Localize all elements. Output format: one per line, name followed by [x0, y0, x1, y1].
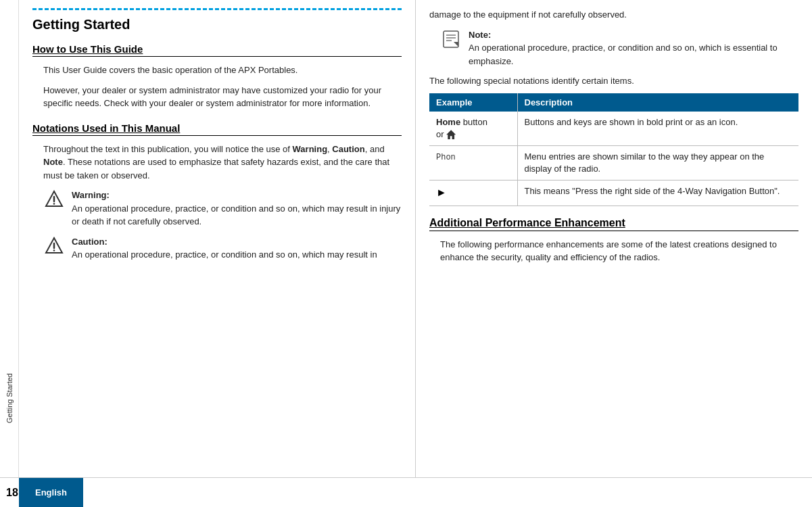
language-tab[interactable]: English — [19, 478, 83, 508]
table-cell-example-1: Home buttonor — [429, 112, 517, 146]
caution-icon — [43, 235, 65, 257]
table-intro: The following special notations identify… — [429, 74, 798, 88]
left-column: Getting Started How to Use This Guide Th… — [19, 0, 416, 477]
warning-icon — [43, 189, 65, 210]
note-icon — [440, 28, 462, 50]
section2-intro: Throughout the text in this publication,… — [32, 143, 402, 183]
table-cell-desc-3: This means "Press the right side of the … — [517, 180, 798, 206]
caution-label: Caution: — [72, 237, 108, 247]
page-title: Getting Started — [32, 17, 402, 32]
table-cell-example-3: ► — [429, 180, 517, 206]
caution-body: An operational procedure, practice, or c… — [72, 249, 377, 260]
section1-para2: However, your dealer or system administr… — [32, 84, 402, 110]
table-header-row: Example Description — [429, 93, 798, 112]
warning-body: An operational procedure, practice, or c… — [72, 203, 400, 227]
home-button-text: Home — [436, 117, 460, 127]
section1-para1: This User Guide covers the basic operati… — [32, 64, 402, 77]
main-content: Getting Started Getting Started How to U… — [0, 0, 812, 477]
bottom-left: 18 English — [0, 478, 123, 508]
warning-label: Warning: — [72, 190, 110, 200]
note-text: Note: An operational procedure, practice… — [469, 28, 798, 68]
table-cell-example-2: Phon — [429, 145, 517, 180]
table-cell-desc-2: Menu entries are shown similar to the wa… — [517, 145, 798, 180]
section1-heading: How to Use This Guide — [32, 43, 402, 57]
table-row: Phon Menu entries are shown similar to t… — [429, 145, 798, 180]
svg-point-2 — [53, 203, 55, 205]
note-body: An operational procedure, practice, or c… — [469, 43, 778, 66]
page-number: 18 — [0, 487, 19, 499]
caution-continued: damage to the equipment if not carefully… — [429, 8, 798, 22]
svg-point-5 — [53, 249, 55, 251]
warning-block: Warning: An operational procedure, pract… — [43, 189, 402, 228]
note-block: Note: An operational procedure, practice… — [440, 28, 798, 68]
arrow-right-icon: ► — [436, 187, 447, 198]
note-label: Note: — [469, 30, 491, 40]
top-dashed-border — [32, 8, 402, 10]
table-header-example: Example — [429, 93, 517, 112]
table-header-description: Description — [517, 93, 798, 112]
right-column: damage to the equipment if not carefully… — [416, 0, 812, 477]
bottom-bar: 18 English — [0, 477, 812, 507]
ape-heading: Additional Performance Enhancement — [429, 217, 798, 231]
svg-rect-6 — [444, 31, 458, 47]
sidebar-label: Getting Started — [5, 373, 14, 423]
document-area: Getting Started How to Use This Guide Th… — [19, 0, 812, 477]
table-row: Home buttonor Buttons and keys are shown… — [429, 112, 798, 146]
ape-text: The following performance enhancements a… — [429, 238, 798, 264]
phon-text: Phon — [436, 153, 456, 162]
table-row: ► This means "Press the right side of th… — [429, 180, 798, 206]
notations-table: Example Description Home buttonor Button… — [429, 93, 798, 206]
caution-text: Caution: An operational procedure, pract… — [72, 235, 377, 262]
warning-text: Warning: An operational procedure, pract… — [72, 189, 402, 228]
home-icon — [446, 130, 456, 139]
section2-heading: Notations Used in This Manual — [32, 122, 402, 136]
caution-block: Caution: An operational procedure, pract… — [43, 235, 402, 262]
sidebar: Getting Started — [0, 0, 19, 477]
table-cell-desc-1: Buttons and keys are shown in bold print… — [517, 112, 798, 146]
